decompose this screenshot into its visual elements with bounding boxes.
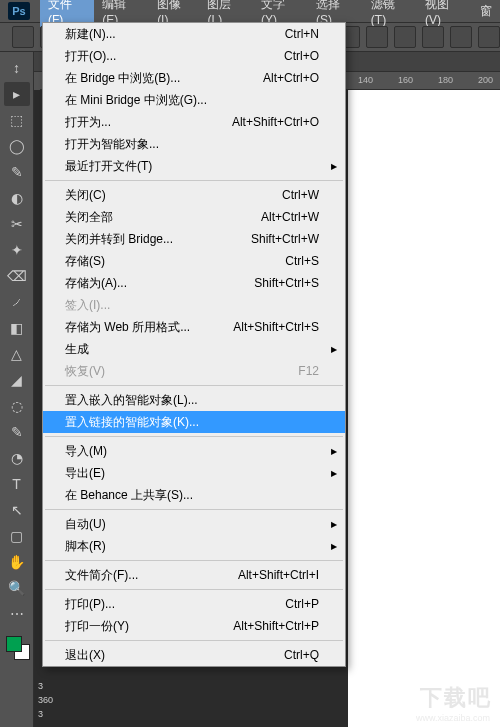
dodge-tool-icon[interactable]: ✎ [4,420,30,444]
menu-item-shortcut: Ctrl+Q [284,648,319,662]
move-tool-icon[interactable]: ▸ [4,82,30,106]
menu-item[interactable]: 关闭(C)Ctrl+W [43,184,345,206]
file-menu-dropdown: 新建(N)...Ctrl+N打开(O)...Ctrl+O在 Bridge 中浏览… [42,22,346,667]
menu-item-shortcut: Alt+Ctrl+O [263,71,319,85]
menu-item[interactable]: 置入链接的智能对象(K)... [43,411,345,433]
menu-item-shortcut: Shift+Ctrl+W [251,232,319,246]
menu-item[interactable]: 在 Mini Bridge 中浏览(G)... [43,89,345,111]
stamp-tool-icon[interactable]: ⟋ [4,290,30,314]
fg-bg-swatch[interactable] [4,634,30,660]
menu-item-label: 置入链接的智能对象(K)... [65,414,199,431]
menu-item[interactable]: 在 Bridge 中浏览(B)...Alt+Ctrl+O [43,67,345,89]
menu-item[interactable]: 打印一份(Y)Alt+Shift+Ctrl+P [43,615,345,637]
menu-item: 恢复(V)F12 [43,360,345,382]
menu-item[interactable]: 存储(S)Ctrl+S [43,250,345,272]
ruler-tick: 200 [478,75,493,85]
ruler-tick: 140 [358,75,373,85]
menu-separator [45,640,343,641]
menu-item-label: 关闭(C) [65,187,106,204]
menu-item-shortcut: Alt+Shift+Ctrl+O [232,115,319,129]
history-brush-icon[interactable]: ◧ [4,316,30,340]
align-icon-5[interactable] [450,26,472,48]
align-icon-4[interactable] [422,26,444,48]
menubar: 文件(F) 编辑(E) 图像(I) 图层(L) 文字(Y) 选择(S) 滤镜(T… [0,0,500,22]
menu-item-label: 在 Behance 上共享(S)... [65,487,193,504]
gradient-tool-icon[interactable]: ◢ [4,368,30,392]
brush-tool-icon[interactable]: ⌫ [4,264,30,288]
menu-item[interactable]: 导出(E) [43,462,345,484]
type-tool-icon[interactable]: T [4,472,30,496]
menu-item-label: 导入(M) [65,443,107,460]
menu-item-label: 置入嵌入的智能对象(L)... [65,392,198,409]
menu-window[interactable]: 窗 [472,0,500,23]
menu-item[interactable]: 关闭全部Alt+Ctrl+W [43,206,345,228]
healing-tool-icon[interactable]: ✦ [4,238,30,262]
marquee-tool-icon[interactable]: ⬚ [4,108,30,132]
hand-tool-icon[interactable]: ✋ [4,550,30,574]
fg-color[interactable] [6,636,22,652]
menu-item-label: 打印一份(Y) [65,618,129,635]
menu-item-label: 关闭并转到 Bridge... [65,231,173,248]
menu-item[interactable]: 脚本(R) [43,535,345,557]
lasso-tool-icon[interactable]: ◯ [4,134,30,158]
menu-item-shortcut: Ctrl+P [285,597,319,611]
menu-item-shortcut: Alt+Ctrl+W [261,210,319,224]
menu-item[interactable]: 在 Behance 上共享(S)... [43,484,345,506]
path-tool-icon[interactable]: ↖ [4,498,30,522]
eyedropper-tool-icon[interactable]: ✂ [4,212,30,236]
menu-item[interactable]: 打印(P)...Ctrl+P [43,593,345,615]
zoom-tool-icon[interactable]: 🔍 [4,576,30,600]
ps-logo: Ps [8,2,30,20]
menu-item-label: 存储(S) [65,253,105,270]
menu-item-label: 恢复(V) [65,363,105,380]
menu-item[interactable]: 关闭并转到 Bridge...Shift+Ctrl+W [43,228,345,250]
menu-separator [45,180,343,181]
blur-tool-icon[interactable]: ◌ [4,394,30,418]
menu-item-label: 打开为... [65,114,111,131]
menu-item[interactable]: 最近打开文件(T) [43,155,345,177]
ruler-tick: 180 [438,75,453,85]
pen-tool-icon[interactable]: ◔ [4,446,30,470]
watermark-url: www.xiazaiba.com [416,713,490,723]
tools-panel: ↕ ▸ ⬚ ◯ ✎ ◐ ✂ ✦ ⌫ ⟋ ◧ △ ◢ ◌ ✎ ◔ T ↖ ▢ ✋ … [0,52,34,727]
menu-item[interactable]: 导入(M) [43,440,345,462]
menu-item-label: 在 Bridge 中浏览(B)... [65,70,180,87]
menu-item[interactable]: 打开(O)...Ctrl+O [43,45,345,67]
menu-item[interactable]: 存储为(A)...Shift+Ctrl+S [43,272,345,294]
wand-tool-icon[interactable]: ✎ [4,160,30,184]
canvas[interactable] [348,90,500,727]
menu-item[interactable]: 新建(N)...Ctrl+N [43,23,345,45]
more-tools-icon[interactable]: ⋯ [4,602,30,626]
menu-item-label: 打印(P)... [65,596,115,613]
menu-item-shortcut: Ctrl+W [282,188,319,202]
menu-item[interactable]: 自动(U) [43,513,345,535]
eraser-tool-icon[interactable]: △ [4,342,30,366]
menu-item-shortcut: Alt+Shift+Ctrl+S [233,320,319,334]
align-icon-3[interactable] [394,26,416,48]
menu-item-shortcut: Ctrl+N [285,27,319,41]
menu-item[interactable]: 置入嵌入的智能对象(L)... [43,389,345,411]
menu-item[interactable]: 文件简介(F)...Alt+Shift+Ctrl+I [43,564,345,586]
menu-item-label: 在 Mini Bridge 中浏览(G)... [65,92,207,109]
menu-item-label: 关闭全部 [65,209,113,226]
menu-item[interactable]: 打开为...Alt+Shift+Ctrl+O [43,111,345,133]
menu-separator [45,560,343,561]
menu-item-label: 最近打开文件(T) [65,158,152,175]
crop-tool-icon[interactable]: ◐ [4,186,30,210]
align-icon-6[interactable] [478,26,500,48]
menu-item-shortcut: Alt+Shift+Ctrl+I [238,568,319,582]
align-icon-2[interactable] [366,26,388,48]
status-numbers: 3 360 3 [38,679,53,721]
menu-item-shortcut: Ctrl+S [285,254,319,268]
options-tool-icon[interactable] [12,26,34,48]
menu-item[interactable]: 生成 [43,338,345,360]
menu-item[interactable]: 存储为 Web 所用格式...Alt+Shift+Ctrl+S [43,316,345,338]
menu-item-shortcut: F12 [298,364,319,378]
menu-item-label: 存储为(A)... [65,275,127,292]
menu-separator [45,385,343,386]
menu-item[interactable]: 退出(X)Ctrl+Q [43,644,345,666]
menu-item-label: 文件简介(F)... [65,567,138,584]
expand-icon[interactable]: ↕ [4,56,30,80]
shape-tool-icon[interactable]: ▢ [4,524,30,548]
menu-item[interactable]: 打开为智能对象... [43,133,345,155]
